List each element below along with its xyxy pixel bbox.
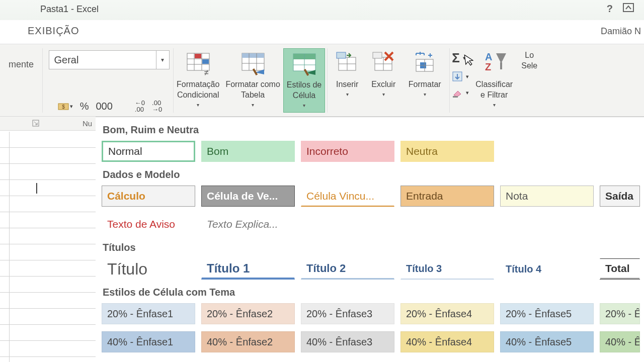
accounting-format-button[interactable]: $ ▾ [58,102,73,111]
number-group-label: Nu [83,119,92,128]
svg-rect-0 [623,4,633,12]
find-select-button[interactable]: Lo Sele [519,48,539,113]
svg-text:A: A [485,51,492,62]
style-nota[interactable]: Nota [500,186,594,207]
window-title: Pasta1 - Excel [40,4,99,15]
svg-rect-12 [242,53,264,58]
style-20-enfase3[interactable]: 20% - Ênfase3 [301,303,394,324]
chevron-down-icon: ▾ [252,102,254,108]
style-normal[interactable]: Normal [102,141,195,162]
number-format-combo[interactable]: Geral ▾ [49,50,170,69]
style-celula-verificacao[interactable]: Célula de Ve... [201,186,295,207]
decrease-decimal-button[interactable]: .00→0 [152,100,162,113]
chevron-down-icon: ▾ [303,102,305,109]
chevron-down-icon: ▾ [197,102,199,108]
style-40-enfase5[interactable]: 40% - Ênfase5 [500,331,594,352]
style-titulo-2[interactable]: Título 2 [301,258,394,280]
title-bar: Pasta1 - Excel ? [0,0,644,20]
conditional-formatting-icon: ≠ [185,50,211,76]
svg-rect-29 [373,52,382,58]
format-cells-button[interactable]: Formatar ▾ [402,48,447,113]
style-bom[interactable]: Bom [201,141,295,162]
style-40-enfase3[interactable]: 40% - Ênfase3 [301,331,394,352]
percent-button[interactable]: % [80,101,89,112]
style-saida[interactable]: Saída [600,186,640,207]
style-20-enfase4[interactable]: 20% - Ênfase4 [400,303,494,324]
style-40-enfase6[interactable]: 40% - Ê [600,331,640,352]
sort-filter-icon: AZ [481,50,507,76]
format-as-table-button[interactable]: Formatar como Tabela ▾ [222,48,283,113]
ribbon-display-icon[interactable] [623,3,634,15]
style-neutra[interactable]: Neutra [400,141,494,162]
svg-rect-9 [202,59,209,64]
insert-icon [334,50,360,76]
autosum-button[interactable]: Σ▾ [452,50,469,66]
alignment-group-cut: mente [0,48,43,113]
style-20-enfase5[interactable]: 20% - Ênfase5 [500,303,594,324]
cell-styles-icon [291,51,317,77]
format-icon [412,50,438,76]
insert-cells-button[interactable]: Inserir ▾ [330,48,365,113]
svg-rect-25 [337,52,346,58]
style-titulo-3[interactable]: Título 3 [400,258,494,280]
style-titulo-1[interactable]: Título 1 [201,258,295,280]
number-format-group: Geral ▾ $ ▾ % 000 ←0.00 .00→0 [43,48,174,113]
delete-icon [370,50,396,76]
style-20-enfase6[interactable]: 20% - Ê [600,303,640,324]
style-entrada[interactable]: Entrada [400,186,494,207]
editing-group: Σ▾ ▾ ▾ [452,48,469,98]
category-themed-styles: Estilos de Célula com Tema [103,287,640,298]
comma-style-button[interactable]: 000 [96,101,112,112]
style-texto-explicativo[interactable]: Texto Explica... [201,214,295,235]
increase-decimal-button[interactable]: ←0.00 [135,100,145,113]
style-calculo[interactable]: Cálculo [102,186,195,207]
svg-rect-38 [500,62,502,69]
style-40-enfase2[interactable]: 40% - Ênfase2 [201,331,295,352]
style-40-enfase4[interactable]: 40% - Ênfase4 [400,331,494,352]
style-incorreto[interactable]: Incorreto [301,141,394,162]
style-20-enfase2[interactable]: 20% - Ênfase2 [201,303,295,324]
style-celula-vinculada[interactable]: Célula Vincu... [301,186,394,207]
help-icon[interactable]: ? [607,3,613,15]
category-titulos: Títulos [103,242,640,253]
table-icon [240,50,266,76]
chevron-down-icon: ▾ [346,91,349,98]
style-titulo[interactable]: Título [102,258,195,280]
tab-exibicao[interactable]: EXIBIÇÃO [28,25,79,37]
category-data-model: Dados e Modelo [103,169,640,180]
delete-cells-button[interactable]: Excluir ▾ [365,48,402,113]
chevron-down-icon: ▾ [493,102,496,108]
number-format-value: Geral [54,54,79,66]
svg-rect-35 [453,96,458,98]
clear-button[interactable]: ▾ [452,87,469,98]
dialog-launcher-icon[interactable] [32,120,40,127]
sort-filter-button[interactable]: AZ Classificar e Filtrar ▾ [469,48,519,113]
category-good-bad-neutral: Bom, Ruim e Neutra [103,124,640,136]
cell-styles-gallery: Bom, Ruim e Neutra Normal Bom Incorreto … [96,117,644,362]
ribbon: mente Geral ▾ $ ▾ % 000 ←0.00 .00→0 ≠ Fo… [0,44,644,117]
style-40-enfase1[interactable]: 40% - Ênfase1 [102,331,195,352]
svg-rect-8 [195,54,201,58]
style-texto-aviso[interactable]: Texto de Aviso [102,214,195,235]
svg-text:≠: ≠ [204,68,209,76]
cell-styles-button[interactable]: Estilos de Célula ▾ [283,48,325,113]
spreadsheet-grid-edge[interactable]: | [0,132,96,362]
chevron-down-icon: ▾ [382,91,385,98]
svg-text:$: $ [62,104,65,110]
conditional-formatting-button[interactable]: ≠ Formatação Condicional ▾ [174,48,222,113]
chevron-down-icon: ▾ [424,91,426,98]
style-total[interactable]: Total [600,258,640,280]
style-titulo-4[interactable]: Título 4 [500,258,594,280]
style-20-enfase1[interactable]: 20% - Ênfase1 [102,303,195,324]
cell-cursor: | [35,181,38,194]
svg-text:Z: Z [485,61,491,72]
fill-button[interactable]: ▾ [452,71,469,82]
user-name[interactable]: Damião N [601,26,641,37]
chevron-down-icon[interactable]: ▾ [156,51,169,69]
ribbon-tab-bar: EXIBIÇÃO Damião N [0,20,644,44]
